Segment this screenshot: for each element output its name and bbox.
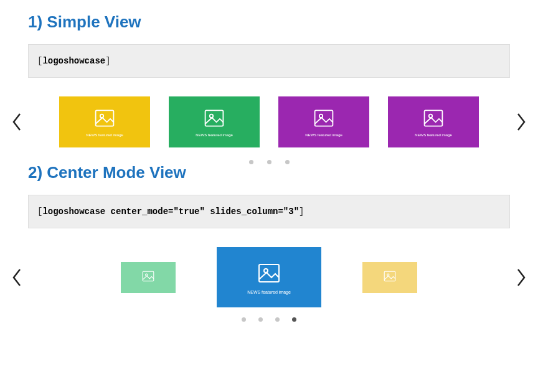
svg-point-13 [387, 274, 389, 276]
dot[interactable] [267, 160, 271, 164]
dot[interactable] [242, 317, 246, 322]
pagination-dots-2 [28, 307, 510, 322]
slide-item[interactable]: NEWS featured image [278, 96, 369, 147]
slide-center[interactable]: NEWS featured image [217, 247, 321, 307]
svg-point-3 [210, 114, 213, 118]
section-title-2: 2) Center Mode View [28, 163, 510, 182]
slide-caption: NEWS featured image [415, 133, 452, 137]
svg-point-1 [100, 114, 103, 118]
slide-side[interactable] [362, 262, 417, 293]
svg-rect-2 [205, 110, 224, 126]
image-placeholder-icon [422, 107, 445, 132]
image-placeholder-icon [257, 261, 281, 288]
dot[interactable] [258, 317, 263, 322]
image-placeholder-icon [313, 107, 335, 132]
image-placeholder-icon [93, 107, 116, 132]
prev-arrow[interactable] [11, 268, 23, 287]
dot-active[interactable] [292, 317, 296, 322]
chevron-right-icon [516, 112, 527, 132]
image-placeholder-icon [203, 107, 225, 132]
next-arrow[interactable] [515, 112, 527, 132]
slide-item[interactable]: NEWS featured image [59, 96, 150, 147]
image-placeholder-icon [141, 269, 155, 286]
slide-side[interactable] [121, 262, 176, 293]
slide-item[interactable]: NEWS featured image [169, 96, 260, 147]
carousel-simple: NEWS featured image NEWS featured image … [28, 96, 510, 147]
code-block-2: [logoshowcase center_mode="true" slides_… [28, 195, 510, 228]
svg-point-9 [146, 274, 148, 276]
svg-point-5 [319, 114, 323, 118]
dot[interactable] [275, 317, 280, 322]
next-arrow[interactable] [515, 268, 527, 287]
image-placeholder-icon [383, 269, 397, 286]
section-title-1: 1) Simple View [28, 12, 510, 32]
chevron-left-icon [11, 268, 22, 287]
svg-rect-6 [425, 110, 443, 126]
svg-point-11 [264, 269, 268, 273]
slide-caption: NEWS featured image [196, 133, 233, 137]
slide-caption: NEWS featured image [247, 290, 291, 294]
code-block-1: [logoshowcase] [28, 44, 510, 78]
slide-item[interactable]: NEWS featured image [388, 96, 479, 147]
svg-rect-8 [143, 271, 154, 281]
svg-rect-12 [384, 271, 395, 281]
chevron-right-icon [516, 268, 527, 287]
slide-caption: NEWS featured image [86, 133, 123, 137]
svg-point-7 [429, 114, 432, 118]
svg-rect-0 [96, 110, 114, 126]
chevron-left-icon [11, 112, 22, 132]
slide-caption: NEWS featured image [305, 133, 342, 137]
dot[interactable] [249, 160, 253, 164]
svg-rect-4 [315, 110, 333, 126]
prev-arrow[interactable] [11, 112, 23, 132]
carousel-center: NEWS featured image [28, 247, 510, 307]
dot[interactable] [285, 160, 290, 164]
svg-rect-10 [259, 264, 279, 282]
